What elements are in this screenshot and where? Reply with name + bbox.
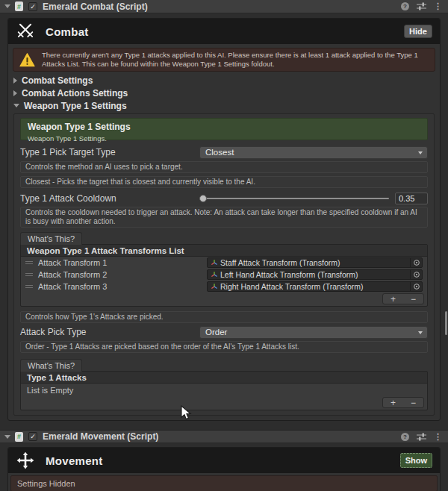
transform-gizmo-icon (211, 283, 218, 290)
list-add-button[interactable]: + (383, 398, 403, 407)
foldout-combat-actions-settings[interactable]: Combat Actions Settings (8, 87, 440, 99)
combat-title-bar: Combat Hide (8, 19, 440, 44)
unity-inspector: # ✓ Emerald Combat (Script) ? ⋮ (0, 0, 448, 491)
helpbox-text: Closest - Picks the tagret that is close… (25, 178, 255, 187)
foldout-label: Combat Settings (22, 75, 93, 86)
csharp-script-icon: # (15, 1, 23, 11)
foldout-weapon-type-1-settings[interactable]: Weapon Type 1 Settings (8, 99, 440, 112)
attack-pick-type-dropdown[interactable]: Order (199, 326, 428, 339)
object-field-value: Left Hand Attack Transform (Transform) (220, 270, 410, 279)
warning-helpbox: There currently aren't any Type 1 attack… (13, 48, 435, 72)
list-header: Weapon Type 1 Attack Transforms List (21, 245, 427, 257)
list-remove-button[interactable]: − (403, 398, 423, 407)
component-enabled-checkbox[interactable]: ✓ (28, 432, 37, 441)
context-menu-icon[interactable]: ⋮ (434, 433, 442, 441)
row-label: Attack Transform 2 (38, 270, 207, 279)
pick-type-helpbox: Controls how Type 1's Attacks are picked… (20, 311, 428, 323)
attack-cooldown-helpbox: Controls the cooldown needed to trigger … (20, 207, 428, 228)
foldout-label: Weapon Type 1 Settings (24, 101, 127, 111)
foldout-label: Combat Actions Settings (22, 88, 128, 98)
pick-target-description-helpbox: Closest - Picks the tagret that is close… (20, 176, 428, 188)
help-icon[interactable]: ? (401, 2, 409, 10)
drag-handle-icon[interactable] (25, 273, 33, 276)
combat-component-header[interactable]: # ✓ Emerald Combat (Script) ? ⋮ (0, 0, 448, 13)
slider-track (199, 198, 389, 199)
panel-title: Combat (46, 25, 89, 38)
combat-panel: Combat Hide There currently aren't any T… (7, 18, 441, 421)
row-label: Attack Transform 3 (38, 282, 207, 291)
pick-type-description-helpbox: Order - Type 1 Attacks are picked based … (20, 341, 428, 353)
transform-object-field[interactable]: Right Hand Attack Transform (Transform) (207, 281, 423, 292)
list-empty-label: List is Empty (21, 384, 427, 396)
chevron-right-icon (13, 90, 17, 96)
helpbox-text: Order - Type 1 Attacks are picked based … (25, 343, 299, 351)
transform-object-field[interactable]: Left Hand Attack Transform (Transform) (207, 269, 423, 280)
attack-cooldown-slider[interactable] (199, 192, 389, 205)
object-picker-icon[interactable] (410, 270, 422, 279)
pick-target-type-label: Type 1 Pick Target Type (20, 147, 199, 157)
dropdown-value: Closest (205, 148, 234, 157)
section-subtitle: Weapon Type 1 Settings. (28, 134, 420, 143)
helpbox-text: Controls how Type 1's Attacks are picked… (25, 313, 164, 322)
foldout-combat-settings[interactable]: Combat Settings (8, 74, 440, 87)
helpbox-text: Controls the method an AI uses to pick a… (25, 163, 183, 172)
list-add-button[interactable]: + (383, 294, 403, 304)
component-title: Emerald Combat (Script) (43, 1, 148, 12)
attack-cooldown-label: Type 1 Attack Cooldown (20, 193, 199, 204)
list-item-transform-2[interactable]: Attack Transform 2 Left Hand Attack Tran… (21, 269, 427, 281)
show-button[interactable]: Show (400, 453, 432, 468)
csharp-script-icon: # (15, 432, 23, 442)
drag-handle-icon[interactable] (25, 261, 33, 264)
chevron-down-icon (13, 104, 19, 107)
attack-cooldown-field[interactable]: 0.35 (395, 193, 428, 204)
component-enabled-checkbox[interactable]: ✓ (28, 2, 37, 11)
move-arrows-icon (16, 451, 35, 470)
attack-pick-type-label: Attack Pick Type (20, 327, 199, 337)
list-footer: + − (21, 293, 427, 306)
drag-handle-icon[interactable] (25, 285, 33, 288)
presets-icon[interactable] (417, 2, 426, 10)
panel-title: Movement (46, 454, 103, 467)
section-title-box: Weapon Type 1 Settings Weapon Type 1 Set… (20, 118, 428, 140)
transform-object-field[interactable]: Staff Attack Transform (Transform) (207, 257, 423, 268)
context-menu-icon[interactable]: ⋮ (434, 2, 442, 10)
object-picker-icon[interactable] (410, 258, 422, 267)
dropdown-arrow-icon (418, 151, 423, 154)
list-item-transform-1[interactable]: Attack Transform 1 Staff Attack Transfor… (21, 257, 427, 269)
whats-this-button[interactable]: What's This? (20, 359, 82, 372)
foldout-expanded-icon[interactable] (4, 435, 10, 439)
pick-target-helpbox: Controls the method an AI uses to pick a… (20, 161, 428, 173)
dropdown-arrow-icon (418, 331, 423, 334)
warning-text: There currently aren't any Type 1 attack… (42, 51, 429, 69)
hide-button[interactable]: Hide (404, 25, 432, 38)
transform-gizmo-icon (211, 259, 218, 266)
help-icon[interactable]: ? (401, 433, 409, 441)
object-field-value: Right Hand Attack Transform (Transform) (220, 282, 410, 291)
object-picker-icon[interactable] (410, 282, 422, 291)
row-label: Attack Transform 1 (38, 258, 207, 267)
whats-this-button[interactable]: What's This? (20, 232, 82, 245)
list-header: Type 1 Attacks (21, 372, 427, 384)
movement-title-bar: Movement Show (8, 448, 440, 473)
presets-icon[interactable] (417, 433, 426, 441)
scrollbar-thumb[interactable] (445, 311, 447, 335)
list-remove-button[interactable]: − (403, 294, 423, 304)
list-item-transform-3[interactable]: Attack Transform 3 Right Hand Attack Tra… (21, 281, 427, 293)
list-footer: + − (21, 396, 427, 410)
settings-hidden-text: Settings Hidden (17, 479, 75, 488)
helpbox-text: Controls the cooldown needed to trigger … (25, 208, 423, 226)
mouse-cursor (181, 405, 193, 422)
attack-transforms-list: Weapon Type 1 Attack Transforms List Att… (20, 244, 428, 307)
transform-gizmo-icon (211, 271, 218, 278)
object-field-value: Staff Attack Transform (Transform) (220, 258, 410, 267)
movement-panel: Movement Show Settings Hidden (7, 447, 441, 491)
crossed-swords-icon (16, 22, 35, 41)
section-title: Weapon Type 1 Settings (28, 122, 420, 132)
type-1-attacks-list: Type 1 Attacks List is Empty + − (20, 371, 428, 410)
movement-component-header[interactable]: # ✓ Emerald Movement (Script) ? ⋮ (0, 430, 448, 443)
warning-icon (19, 53, 35, 67)
weapon-type-1-section: Weapon Type 1 Settings Weapon Type 1 Set… (13, 113, 435, 416)
pick-target-type-dropdown[interactable]: Closest (199, 146, 428, 159)
foldout-expanded-icon[interactable] (4, 4, 10, 8)
slider-knob[interactable] (199, 195, 207, 202)
